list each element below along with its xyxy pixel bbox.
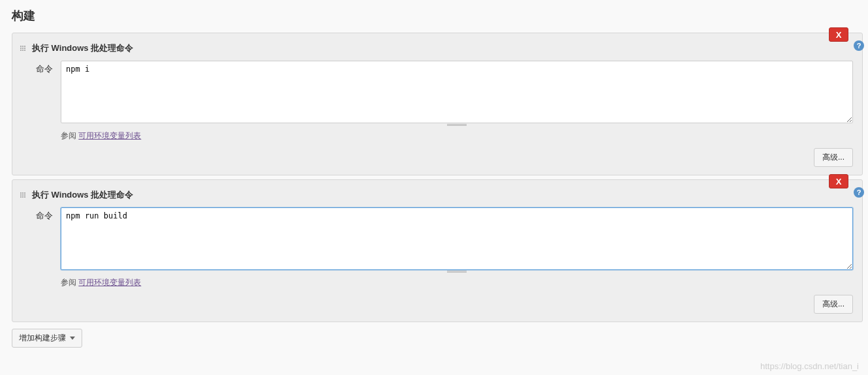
env-vars-link[interactable]: 可用环境变量列表 bbox=[78, 278, 141, 287]
build-step: X ? 执行 Windows 批处理命令 命令 参阅 可用环境变量列表 高级..… bbox=[12, 179, 863, 322]
step-title: 执行 Windows 批处理命令 bbox=[32, 42, 133, 54]
advanced-button[interactable]: 高级... bbox=[814, 295, 853, 314]
delete-step-button[interactable]: X bbox=[829, 174, 848, 188]
command-label: 命令 bbox=[22, 61, 61, 75]
delete-step-button[interactable]: X bbox=[829, 27, 848, 42]
command-label: 命令 bbox=[22, 207, 61, 222]
chevron-down-icon bbox=[70, 337, 75, 340]
drag-handle-icon[interactable] bbox=[19, 192, 27, 198]
help-prefix: 参阅 bbox=[61, 131, 78, 140]
env-vars-link[interactable]: 可用环境变量列表 bbox=[78, 131, 141, 140]
command-textarea[interactable] bbox=[61, 207, 853, 270]
drag-handle-icon[interactable] bbox=[19, 46, 27, 51]
help-text: 参阅 可用环境变量列表 bbox=[61, 130, 853, 142]
advanced-button[interactable]: 高级... bbox=[814, 148, 853, 167]
watermark-text: https://blog.csdn.net/tian_i bbox=[760, 361, 859, 371]
help-icon[interactable]: ? bbox=[854, 187, 864, 198]
add-step-label: 增加构建步骤 bbox=[19, 333, 66, 344]
resize-grip-icon[interactable] bbox=[61, 124, 853, 127]
step-header: 执行 Windows 批处理命令 bbox=[19, 42, 853, 54]
help-prefix: 参阅 bbox=[61, 278, 78, 287]
help-text: 参阅 可用环境变量列表 bbox=[61, 277, 853, 288]
resize-grip-icon[interactable] bbox=[61, 271, 853, 273]
build-step: X ? 执行 Windows 批处理命令 命令 参阅 可用环境变量列表 高级..… bbox=[12, 33, 863, 175]
add-build-step-button[interactable]: 增加构建步骤 bbox=[12, 329, 82, 348]
step-header: 执行 Windows 批处理命令 bbox=[19, 189, 853, 201]
section-title: 构建 bbox=[12, 8, 863, 23]
step-title: 执行 Windows 批处理命令 bbox=[32, 189, 133, 201]
command-textarea[interactable] bbox=[61, 61, 853, 123]
help-icon[interactable]: ? bbox=[854, 40, 864, 51]
